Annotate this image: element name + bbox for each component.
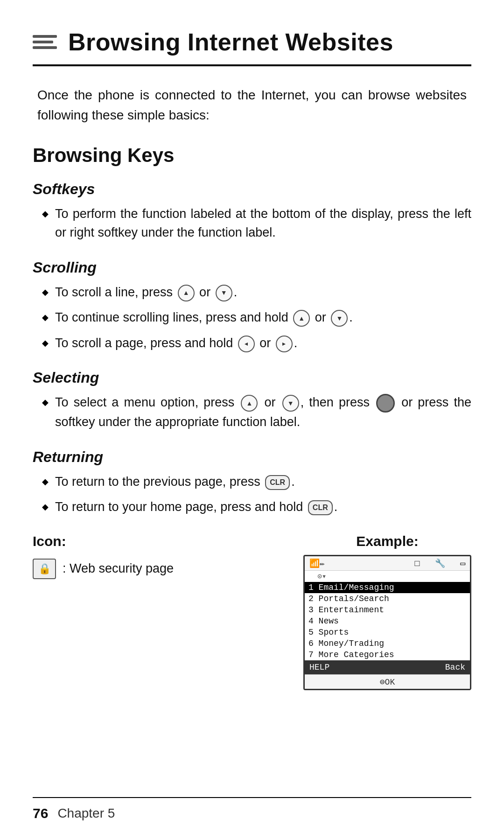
list-item: ◆ To select a menu option, press or , th… <box>33 393 471 431</box>
phone-menu-item-7: 7 More Categories <box>305 649 470 660</box>
list-item: ◆ To return to your home page, press and… <box>33 497 471 517</box>
down-key-icon <box>216 285 232 301</box>
subsection-title-returning: Returning <box>33 448 471 466</box>
phone-menu-item-3: 3 Entertainment <box>305 604 470 616</box>
right-key-icon <box>276 336 293 352</box>
page-title: Browsing Internet Websites <box>68 28 393 56</box>
icon-description: : Web security page <box>33 559 289 579</box>
clr-key-hold-icon: CLR <box>308 500 333 515</box>
phone-menu-item-6: 6 Money/Trading <box>305 638 470 649</box>
subsection-title-scrolling: Scrolling <box>33 259 471 276</box>
icon-text: : Web security page <box>63 561 174 576</box>
list-item: ◆ To continue scrolling lines, press and… <box>33 308 471 327</box>
list-item: ◆ To perform the function labeled at the… <box>33 204 471 242</box>
example-section: Example: 📶✏ □ 🔧 ▭ ⊙▾ 1 Email/Messaging 2… <box>303 533 471 690</box>
down-key-select-icon <box>282 395 299 412</box>
header-line-1 <box>33 35 57 38</box>
phone-menu-arrow-row: ⊙▾ <box>305 571 470 582</box>
status-icons: □ 🔧 ▭ <box>415 558 465 568</box>
intro-paragraph: Once the phone is connected to the Inter… <box>33 85 471 126</box>
subsection-scrolling: Scrolling ◆ To scroll a line, press or .… <box>33 259 471 353</box>
page-header: Browsing Internet Websites <box>33 28 471 66</box>
bullet-diamond: ◆ <box>42 286 49 299</box>
list-item: ◆ To scroll a page, press and hold or . <box>33 334 471 353</box>
bullet-text: To select a menu option, press or , then… <box>55 393 471 431</box>
phone-softkeys-bar: HELP Back <box>305 660 470 674</box>
phone-menu-item-4: 4 News <box>305 616 470 627</box>
list-item: ◆ To scroll a line, press or . <box>33 283 471 302</box>
phone-status-bar: 📶✏ □ 🔧 ▭ <box>305 556 470 571</box>
bullet-diamond: ◆ <box>42 311 49 324</box>
bullet-text: To scroll a page, press and hold or . <box>55 334 471 353</box>
signal-icon: 📶✏ <box>309 558 325 568</box>
down-key-hold-icon <box>331 310 348 327</box>
up-key-hold-icon <box>293 310 310 327</box>
section-title: Browsing Keys <box>33 144 471 167</box>
subsection-title-selecting: Selecting <box>33 369 471 386</box>
icon-example-section: Icon: : Web security page Example: 📶✏ □ … <box>33 533 471 690</box>
bullet-diamond: ◆ <box>42 337 49 350</box>
bullet-diamond: ◆ <box>42 396 49 409</box>
subsection-selecting: Selecting ◆ To select a menu option, pre… <box>33 369 471 431</box>
phone-screen-mockup: 📶✏ □ 🔧 ▭ ⊙▾ 1 Email/Messaging 2 Portals/… <box>303 555 471 690</box>
phone-menu-item-1: 1 Email/Messaging <box>305 582 470 593</box>
up-key-icon <box>178 285 195 301</box>
subsection-softkeys: Softkeys ◆ To perform the function label… <box>33 181 471 242</box>
security-icon <box>33 559 56 579</box>
header-line-3 <box>33 46 57 49</box>
bullet-text: To return to the previous page, press CL… <box>55 472 471 491</box>
footer-chapter: Chapter 5 <box>57 806 115 821</box>
bullet-text: To scroll a line, press or . <box>55 283 471 302</box>
list-item: ◆ To return to the previous page, press … <box>33 472 471 491</box>
softkey-right-label: Back <box>445 663 465 672</box>
left-key-icon <box>238 336 255 352</box>
bullet-text: To continue scrolling lines, press and h… <box>55 308 471 327</box>
bullet-diamond: ◆ <box>42 208 49 220</box>
bullet-text: To return to your home page, press and h… <box>55 497 471 517</box>
subsection-returning: Returning ◆ To return to the previous pa… <box>33 448 471 517</box>
subsection-title-softkeys: Softkeys <box>33 181 471 198</box>
example-label: Example: <box>303 533 471 549</box>
header-decoration <box>33 35 57 49</box>
up-key-select-icon <box>241 395 258 412</box>
bullet-diamond: ◆ <box>42 476 49 488</box>
clr-key-icon: CLR <box>265 475 290 490</box>
ok-label: ⊜OK <box>380 677 395 687</box>
icon-label: Icon: <box>33 533 289 549</box>
page-number: 76 <box>33 805 48 821</box>
header-line-2 <box>33 41 53 43</box>
bullet-diamond: ◆ <box>42 501 49 513</box>
softkey-left-label: HELP <box>309 663 329 672</box>
phone-menu-item-5: 5 Sports <box>305 627 470 638</box>
phone-ok-row: ⊜OK <box>305 674 470 689</box>
icon-section: Icon: : Web security page <box>33 533 303 579</box>
phone-menu-item-2: 2 Portals/Search <box>305 593 470 604</box>
bullet-text: To perform the function labeled at the b… <box>55 204 471 242</box>
center-key-icon <box>376 394 395 413</box>
page-footer: 76 Chapter 5 <box>33 797 471 821</box>
